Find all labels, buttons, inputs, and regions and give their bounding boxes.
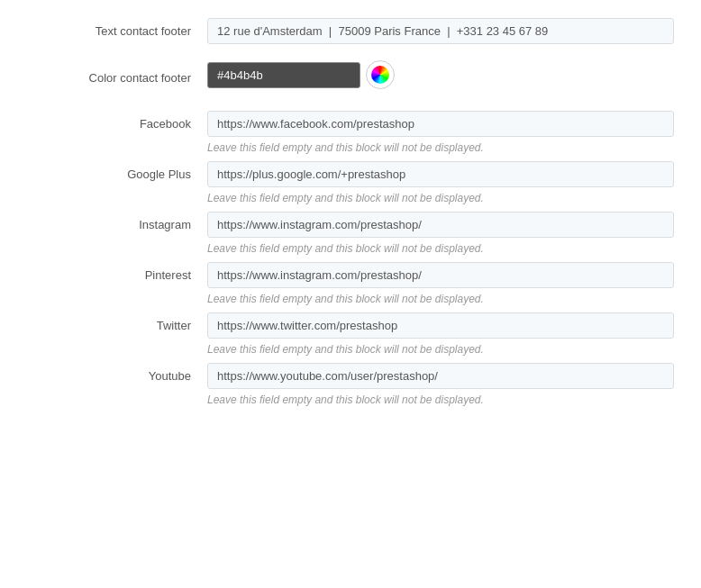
youtube-label: Youtube <box>27 363 207 383</box>
instagram-input[interactable] <box>207 212 674 238</box>
google-plus-input[interactable] <box>207 161 674 187</box>
youtube-field-wrap: Leave this field empty and this block wi… <box>207 363 674 406</box>
settings-form: Text contact footer Color contact footer… <box>0 0 701 588</box>
pinterest-hint: Leave this field empty and this block wi… <box>207 293 674 305</box>
facebook-row: Facebook Leave this field empty and this… <box>27 111 674 154</box>
twitter-row: Twitter Leave this field empty and this … <box>27 312 674 356</box>
google-plus-hint: Leave this field empty and this block wi… <box>207 192 674 204</box>
pinterest-input[interactable] <box>207 262 674 288</box>
instagram-field-wrap: Leave this field empty and this block wi… <box>207 212 674 255</box>
google-plus-row: Google Plus Leave this field empty and t… <box>27 161 674 204</box>
instagram-hint: Leave this field empty and this block wi… <box>207 242 674 255</box>
pinterest-row: Pinterest Leave this field empty and thi… <box>27 262 674 305</box>
color-contact-footer-input[interactable] <box>207 62 360 88</box>
instagram-row: Instagram Leave this field empty and thi… <box>27 212 674 255</box>
color-contact-footer-label: Color contact footer <box>27 65 207 85</box>
text-contact-footer-input[interactable] <box>207 18 674 44</box>
text-contact-footer-row: Text contact footer <box>27 18 674 44</box>
color-input-wrap <box>207 60 395 89</box>
facebook-hint: Leave this field empty and this block wi… <box>207 141 674 154</box>
text-contact-footer-field-wrap <box>207 18 674 44</box>
google-plus-field-wrap: Leave this field empty and this block wi… <box>207 161 674 204</box>
youtube-input[interactable] <box>207 363 674 389</box>
youtube-row: Youtube Leave this field empty and this … <box>27 363 674 406</box>
youtube-hint: Leave this field empty and this block wi… <box>207 394 674 406</box>
twitter-input[interactable] <box>207 312 674 339</box>
color-picker-button[interactable] <box>366 60 395 89</box>
twitter-field-wrap: Leave this field empty and this block wi… <box>207 312 674 356</box>
twitter-hint: Leave this field empty and this block wi… <box>207 343 674 356</box>
google-plus-label: Google Plus <box>27 161 207 181</box>
color-contact-footer-row: Color contact footer <box>27 60 674 89</box>
facebook-label: Facebook <box>27 111 207 131</box>
pinterest-field-wrap: Leave this field empty and this block wi… <box>207 262 674 305</box>
color-wheel-icon <box>371 66 389 84</box>
pinterest-label: Pinterest <box>27 262 207 282</box>
twitter-label: Twitter <box>27 312 207 332</box>
facebook-field-wrap: Leave this field empty and this block wi… <box>207 111 674 154</box>
instagram-label: Instagram <box>27 212 207 231</box>
text-contact-footer-label: Text contact footer <box>27 18 207 38</box>
facebook-input[interactable] <box>207 111 674 137</box>
